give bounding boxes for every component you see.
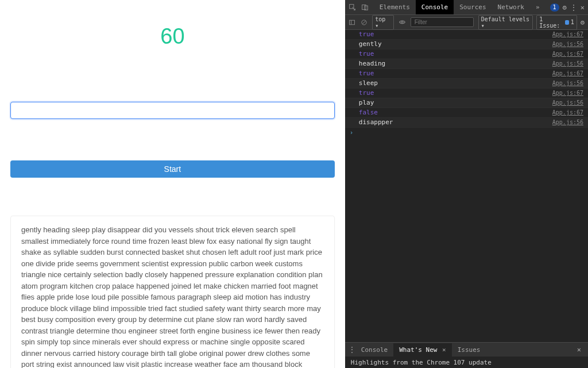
tab-elements[interactable]: Elements	[374, 0, 416, 14]
context-select[interactable]: top ▾	[372, 15, 393, 30]
svg-line-6	[362, 21, 366, 24]
tab-sources[interactable]: Sources	[454, 0, 492, 14]
console-value: play	[359, 99, 374, 107]
clear-console-icon[interactable]	[361, 18, 368, 26]
console-source-link[interactable]: App.js:67	[552, 30, 583, 39]
console-source-link[interactable]: App.js:67	[552, 89, 583, 97]
typing-input[interactable]	[10, 102, 335, 119]
button-container: Start	[0, 160, 345, 178]
issues-badge[interactable]: 1 Issue: 1	[536, 15, 577, 30]
console-value: gently	[359, 40, 382, 48]
console-source-link[interactable]: App.js:56	[552, 118, 583, 126]
console-output[interactable]: trueApp.js:67gentlyApp.js:56trueApp.js:6…	[345, 30, 588, 342]
close-icon[interactable]: ✕	[581, 3, 585, 12]
console-row[interactable]: sleepApp.js:56	[345, 79, 588, 89]
words-card: gently heading sleep play disappear did …	[10, 216, 335, 368]
devtools-panel: Elements Console Sources Network » 1 ⚙ ⋮…	[345, 0, 588, 368]
console-prompt[interactable]: ›	[345, 128, 588, 137]
drawer-right: ✕	[577, 346, 585, 354]
console-row[interactable]: falseApp.js:67	[345, 108, 588, 118]
filter-input[interactable]	[411, 17, 474, 27]
settings-icon[interactable]: ⚙	[563, 3, 567, 12]
console-row[interactable]: playApp.js:56	[345, 98, 588, 108]
console-row[interactable]: disappperApp.js:56	[345, 118, 588, 128]
console-source-link[interactable]: App.js:56	[552, 40, 583, 48]
device-toggle-icon[interactable]	[361, 3, 369, 12]
devtools-topbar: Elements Console Sources Network » 1 ⚙ ⋮…	[345, 0, 588, 15]
console-value: true	[359, 89, 374, 97]
sidebar-toggle-icon[interactable]	[349, 18, 356, 26]
issue-dot-icon	[565, 20, 569, 25]
levels-select[interactable]: Default levels ▾	[478, 15, 533, 30]
console-row[interactable]: trueApp.js:67	[345, 89, 588, 98]
drawer-tab-issues[interactable]: Issues	[452, 343, 486, 356]
topbar-right: 1 ⚙ ⋮ ✕	[550, 3, 585, 12]
console-value: true	[359, 30, 374, 39]
drawer-tab-label: What's New	[399, 346, 437, 354]
tab-network[interactable]: Network	[492, 0, 530, 14]
issue-count: 1	[571, 19, 574, 25]
tabs-overflow-icon[interactable]: »	[530, 0, 546, 14]
drawer-tab-whatsnew[interactable]: What's New ×	[393, 343, 451, 356]
console-settings-icon[interactable]: ⚙	[581, 18, 585, 26]
console-row[interactable]: trueApp.js:67	[345, 49, 588, 59]
drawer-tab-close-icon[interactable]: ×	[442, 346, 446, 354]
console-value: true	[359, 70, 374, 78]
console-source-link[interactable]: App.js:67	[552, 70, 583, 78]
inspect-icon[interactable]	[349, 3, 357, 12]
console-row[interactable]: gentlyApp.js:56	[345, 40, 588, 49]
kebab-icon[interactable]: ⋮	[570, 3, 577, 12]
console-value: heading	[359, 60, 385, 68]
error-count-badge[interactable]: 1	[550, 3, 559, 12]
console-source-link[interactable]: App.js:56	[552, 60, 583, 68]
issue-label: 1 Issue:	[539, 16, 563, 29]
console-source-link[interactable]: App.js:67	[552, 50, 583, 58]
console-source-link[interactable]: App.js:67	[552, 109, 583, 117]
devtools-drawer: ⋮ Console What's New × Issues ✕ Highligh…	[345, 342, 588, 368]
console-value: true	[359, 50, 374, 58]
console-row[interactable]: trueApp.js:67	[345, 30, 588, 40]
console-source-link[interactable]: App.js:56	[552, 99, 583, 107]
console-toolbar: top ▾ Default levels ▾ 1 Issue: 1 ⚙	[345, 15, 588, 30]
eye-icon[interactable]	[399, 18, 406, 26]
console-value: disappper	[359, 118, 393, 126]
svg-point-7	[401, 21, 403, 23]
console-row[interactable]: headingApp.js:56	[345, 59, 588, 69]
drawer-kebab-icon[interactable]: ⋮	[349, 346, 355, 354]
subbar-right: Default levels ▾ 1 Issue: 1 ⚙	[478, 15, 585, 30]
timer-display: 60	[0, 24, 345, 49]
svg-rect-3	[350, 20, 355, 25]
drawer-tab-console[interactable]: Console	[355, 343, 393, 356]
drawer-close-icon[interactable]: ✕	[577, 346, 581, 354]
typing-app: 60 Start gently heading sleep play disap…	[0, 0, 345, 368]
devtools-tabs: Elements Console Sources Network »	[374, 0, 546, 14]
input-container	[0, 102, 345, 119]
console-value: sleep	[359, 79, 378, 87]
tab-console[interactable]: Console	[416, 0, 454, 14]
drawer-body: Highlights from the Chrome 107 update	[345, 356, 588, 368]
console-row[interactable]: trueApp.js:67	[345, 69, 588, 79]
drawer-tabs: ⋮ Console What's New × Issues ✕	[345, 343, 588, 356]
start-button[interactable]: Start	[10, 160, 335, 178]
console-source-link[interactable]: App.js:56	[552, 79, 583, 87]
console-value: false	[359, 109, 378, 117]
